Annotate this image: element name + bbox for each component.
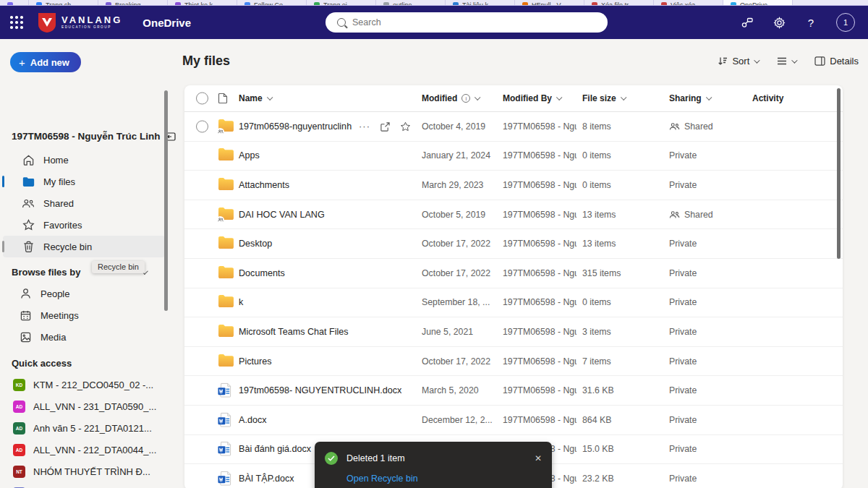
sharing-status[interactable]: Private [669, 356, 697, 367]
sharing-status[interactable]: Private [669, 444, 697, 454]
file-name[interactable]: Documents [239, 268, 285, 278]
quick-access-item[interactable]: AD ALL_VNN - 212_DTA0044_... [0, 439, 168, 461]
settings-gear-icon[interactable] [773, 16, 786, 29]
table-row[interactable]: 197tm06598- NGUYENTRUCLINH.docx March 5,… [184, 376, 843, 406]
modified-by: 197TM06598 - Ngu [503, 356, 576, 367]
table-row[interactable]: Microsoft Teams Chat Files June 5, 2021 … [184, 317, 843, 347]
quick-access-item[interactable]: KD KTM - 212_DCO0410_04 -... [0, 482, 168, 488]
sharing-status[interactable]: Private [669, 150, 697, 160]
column-header-modified[interactable]: Modified i [422, 93, 479, 103]
table-row[interactable]: Pictures October 17, 2022 197TM06598 - N… [184, 347, 843, 377]
browser-tab[interactable]: Follow Co... [237, 0, 307, 6]
column-header-modified-by[interactable]: Modified By [503, 93, 576, 103]
diagram-view-icon[interactable] [741, 16, 754, 29]
sidebar-item-home[interactable]: Home [3, 149, 165, 171]
team-badge-icon: AD [13, 422, 25, 435]
sharing-status[interactable]: Private [669, 180, 697, 190]
sharing-status[interactable]: Private [669, 474, 697, 484]
sharing-status[interactable]: Shared [669, 210, 713, 220]
file-size: 8 items [582, 121, 611, 132]
sharing-status[interactable]: Private [669, 297, 697, 307]
view-options-button[interactable] [777, 57, 796, 65]
close-icon[interactable]: ✕ [535, 453, 542, 463]
table-scrollbar[interactable] [837, 88, 841, 259]
file-name[interactable]: Desktop [239, 239, 272, 249]
column-header-name[interactable]: Name [239, 93, 271, 103]
word-document-icon [218, 471, 235, 487]
search-input[interactable]: Search [326, 12, 608, 33]
select-all-checkbox[interactable] [196, 93, 208, 105]
row-checkbox[interactable] [196, 120, 208, 132]
account-avatar[interactable]: 1 [836, 13, 855, 32]
sharing-status[interactable]: Private [669, 415, 697, 425]
sidebar-item-people[interactable]: People [3, 283, 165, 304]
open-recycle-bin-link[interactable]: Open Recycle bin [346, 474, 542, 484]
file-name[interactable]: 197tm06598-nguyentruclinh [239, 121, 352, 132]
file-name[interactable]: Pictures [239, 356, 272, 367]
sidebar-scrollbar[interactable] [164, 90, 168, 311]
sharing-status[interactable]: Private [669, 327, 697, 337]
sidebar-item-media[interactable]: Media [3, 326, 165, 348]
browser-tab[interactable]: outline -... [376, 0, 446, 6]
browser-tab[interactable]: Breaking... [98, 0, 168, 6]
table-row[interactable]: Desktop October 17, 2022 197TM06598 - Ng… [184, 229, 843, 259]
browser-tab[interactable]: Việc xóa... [654, 0, 723, 6]
add-new-button[interactable]: + Add new [10, 52, 81, 72]
quick-access-item[interactable]: NT NHÓM THUYẾT TRÌNH Đ... [0, 461, 168, 482]
brand-name: VANLANG [61, 15, 122, 25]
browser-tab[interactable]: Thiet ke k... [168, 0, 237, 6]
column-label: Activity [752, 93, 783, 103]
sidebar-item-recycle-bin[interactable]: Recycle bin [3, 236, 165, 257]
file-name[interactable]: A.docx [239, 415, 267, 425]
sidebar-item-favorites[interactable]: Favorites [3, 214, 165, 236]
more-actions-icon[interactable]: ··· [358, 120, 371, 133]
browser-tab[interactable]: Xóa file tr... [584, 0, 654, 6]
file-name[interactable]: 197tm06598- NGUYENTRUCLINH.docx [239, 385, 401, 395]
table-row[interactable]: DAI HOC VAN LANG October 5, 2019 197TM06… [184, 200, 843, 230]
sidebar-item-shared[interactable]: Shared [3, 192, 165, 214]
table-row[interactable]: k September 18, ... 197TM06598 - Ngu 0 i… [184, 288, 843, 318]
sharing-status[interactable]: Private [669, 268, 697, 278]
column-header-activity[interactable]: Activity [752, 93, 783, 103]
file-name[interactable]: k [239, 297, 243, 307]
share-icon[interactable] [378, 120, 391, 133]
help-icon[interactable]: ? [804, 16, 817, 29]
browser-tab[interactable]: Trang ch... [29, 0, 98, 6]
file-type-column-icon[interactable] [218, 93, 228, 104]
app-header: VANLANG EDUCATION GROUP OneDrive Search … [0, 6, 868, 39]
file-name[interactable]: Microsoft Teams Chat Files [239, 327, 349, 337]
team-badge-icon: KD [13, 379, 25, 391]
sharing-status[interactable]: Private [669, 385, 697, 395]
table-row[interactable]: Apps January 21, 2024 197TM06598 - Ngu 0… [184, 142, 843, 171]
sharing-status[interactable]: Private [669, 239, 697, 249]
file-name[interactable]: Apps [239, 150, 260, 160]
sidebar-item-label: Favorites [43, 220, 82, 231]
sidebar-item-meetings[interactable]: Meetings [3, 304, 165, 326]
column-header-sharing[interactable]: Sharing [669, 93, 710, 103]
modified-date: June 5, 2021 [422, 327, 473, 337]
table-row[interactable]: A.docx December 12, 2... 197TM06598 - Ng… [184, 406, 843, 435]
quick-access-item[interactable]: AD ALL_VNN - 231_DTA0590_... [0, 395, 168, 417]
table-row[interactable]: Attachments March 29, 2023 197TM06598 - … [184, 171, 843, 200]
favorite-star-icon[interactable] [399, 120, 412, 133]
browser-tab[interactable]: HEnull - V... [515, 0, 584, 6]
sidebar-item-my-files[interactable]: My files [3, 171, 165, 192]
sort-button[interactable]: Sort [718, 56, 758, 67]
file-name[interactable]: DAI HOC VAN LANG [239, 210, 325, 220]
details-button[interactable]: Details [814, 56, 859, 67]
table-row[interactable]: Documents October 17, 2022 197TM06598 - … [184, 259, 843, 288]
file-name[interactable]: Bài đánh giá.docx [239, 444, 311, 454]
browser-tab[interactable]: Tài liệu k... [446, 0, 515, 6]
app-launcher-waffle-icon[interactable] [9, 14, 25, 30]
word-document-icon [218, 412, 235, 428]
quick-access-item[interactable]: AD Anh văn 5 - 221_DTA0121... [0, 417, 168, 439]
quick-access-item[interactable]: KD KTM - 212_DCO0450_02 -... [0, 374, 168, 395]
browser-tab[interactable] [0, 0, 29, 6]
table-row[interactable]: 197tm06598-nguyentruclinh ··· October 4,… [184, 112, 843, 142]
browser-tab[interactable]: Trang ej... [307, 0, 376, 6]
column-header-file-size[interactable]: File size [582, 93, 624, 103]
sharing-status[interactable]: Shared [669, 121, 713, 132]
file-name[interactable]: BÀI TẬP.docx [239, 474, 294, 484]
file-name[interactable]: Attachments [239, 180, 289, 190]
browser-tab[interactable]: OneDrive [723, 0, 793, 6]
